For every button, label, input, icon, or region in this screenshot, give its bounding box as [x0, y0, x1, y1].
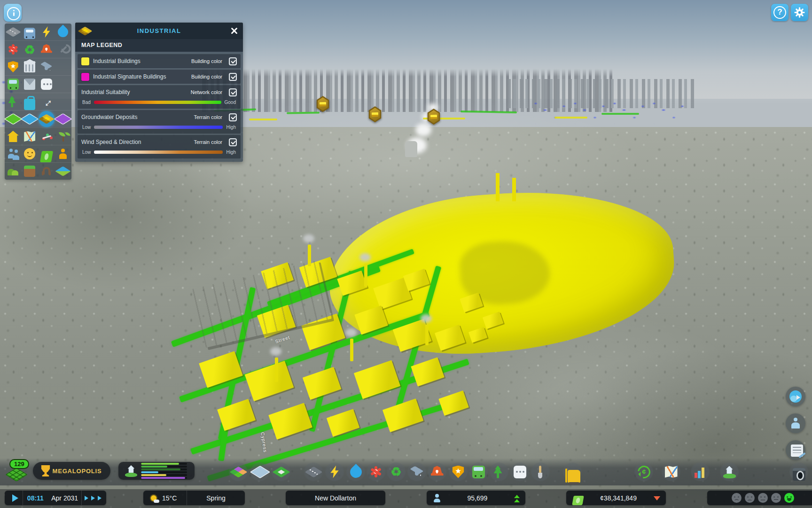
sidebar-item-economy[interactable] — [39, 146, 54, 161]
toolbar-transportation-button[interactable] — [469, 462, 488, 481]
close-button[interactable] — [229, 26, 239, 36]
toolbar-zone-tool-button[interactable] — [250, 462, 269, 481]
chirper-button[interactable] — [786, 387, 805, 406]
speed-button[interactable] — [82, 491, 106, 505]
fire-rescue-icon — [41, 44, 52, 55]
toolbar-police-button[interactable] — [449, 462, 468, 481]
police-icon — [452, 466, 465, 478]
sidebar-item-water-features[interactable] — [22, 111, 37, 127]
toolbar-fire-rescue-button[interactable] — [428, 462, 446, 481]
happiness-widget[interactable] — [707, 491, 812, 505]
toolbar-parks-recreation-button[interactable] — [490, 462, 508, 481]
smoke — [303, 234, 314, 243]
toolbar-assets-button[interactable] — [272, 462, 290, 481]
sidebar-item-trends[interactable] — [39, 129, 54, 144]
sidebar-item-telecom[interactable] — [39, 77, 54, 92]
garbage-icon: ♻ — [390, 466, 403, 478]
industrial-map-marker[interactable] — [316, 96, 330, 112]
legend-color-type: Building color — [191, 74, 222, 79]
follow-citizen-button[interactable] — [786, 413, 805, 433]
city-progress-button[interactable] — [118, 462, 195, 480]
toolbar-healthcare-button[interactable] — [367, 462, 385, 481]
xp-button[interactable]: 129 — [6, 461, 29, 484]
sidebar-item-terrain[interactable] — [6, 164, 21, 179]
milestone-button[interactable]: MEGALOPOLIS — [33, 462, 110, 480]
money-amount: ¢38,341,849 — [583, 494, 654, 502]
toolbar-water-sewage-button[interactable] — [346, 462, 365, 481]
help-button[interactable]: ? — [771, 4, 789, 21]
toolbar-city-overview-button[interactable] — [662, 462, 680, 481]
legend-checkbox[interactable] — [229, 138, 237, 146]
population-widget[interactable]: 95,699 — [427, 491, 525, 505]
weather-widget[interactable]: 15°C Spring — [143, 491, 245, 505]
city-name-widget[interactable]: New Dollarton — [286, 491, 385, 505]
panel-title: INDUSTRIAL — [75, 27, 243, 34]
sidebar-item-parking[interactable] — [22, 24, 37, 40]
gradient-bar — [94, 151, 223, 154]
sidebar-row — [5, 145, 71, 163]
residential-icon — [8, 131, 19, 142]
sidebar-item-noise[interactable] — [39, 164, 54, 179]
toolbar-electricity-button[interactable] — [325, 462, 344, 481]
legend-checkbox[interactable] — [229, 73, 237, 81]
main-toolbar: 129 MEGALOPOLIS ♻ — [0, 458, 812, 485]
legend-checkbox[interactable] — [229, 113, 237, 121]
toolbar-statistics-button[interactable] — [691, 462, 710, 481]
electricity-icon — [41, 26, 52, 38]
toolbar-photo-mode-button[interactable] — [789, 462, 808, 481]
sidebar-item-electricity[interactable] — [39, 24, 54, 40]
sidebar-item-routes[interactable]: ↔ — [39, 94, 54, 109]
toolbar-progression-button[interactable] — [720, 462, 739, 481]
sidebar-item-healthcare[interactable] — [6, 42, 21, 57]
settings-button[interactable] — [791, 4, 808, 21]
sidebar-item-water[interactable] — [55, 24, 70, 40]
industrial-map-marker[interactable] — [427, 109, 441, 125]
toolbar-terraforming-button[interactable] — [531, 462, 550, 481]
police-icon — [8, 61, 19, 72]
sidebar-item-roads[interactable] — [6, 24, 21, 40]
sidebar-item-population[interactable] — [6, 146, 21, 161]
sidebar-item-land-use[interactable] — [22, 129, 37, 144]
sidebar-item-administration[interactable] — [22, 59, 37, 74]
toolbar-communications-button[interactable] — [510, 462, 529, 481]
legend-checkbox[interactable] — [229, 57, 237, 65]
toolbar-bulldozer-button[interactable] — [563, 462, 582, 481]
economy-icon — [40, 151, 53, 162]
sidebar-item-parks-recreation[interactable] — [6, 94, 21, 109]
sidebar-item-post[interactable] — [22, 77, 37, 92]
sidebar-item-garbage[interactable]: ♻ — [22, 42, 37, 57]
toolbar-education-button[interactable] — [407, 462, 426, 481]
sidebar-item-zones[interactable] — [6, 111, 21, 127]
journal-icon — [791, 444, 803, 457]
industrial-map-marker[interactable] — [368, 106, 382, 122]
journal-button[interactable] — [786, 440, 805, 460]
water-features-icon — [20, 113, 39, 125]
sidebar-item-transportation[interactable] — [6, 77, 21, 92]
sidebar-item-education[interactable] — [39, 59, 54, 74]
sidebar-item-police[interactable] — [6, 59, 21, 74]
sidebar-item-soil[interactable] — [22, 164, 37, 179]
sidebar-item-shoreline[interactable] — [55, 164, 70, 179]
toolbar-economy-button[interactable] — [634, 462, 653, 481]
sidebar-item-fire-rescue[interactable] — [39, 42, 54, 57]
steam-plume — [415, 123, 431, 136]
sidebar-item-signature-lots[interactable] — [55, 111, 70, 127]
administration-icon — [24, 61, 35, 72]
legend-checkbox[interactable] — [229, 88, 237, 96]
legend-row: Groundwater DepositsTerrain colorLowHigh — [78, 110, 241, 134]
toolbar-roads-button[interactable] — [304, 462, 323, 481]
sidebar-item-maintenance[interactable] — [55, 42, 70, 57]
toolbar-garbage-button[interactable]: ♻ — [387, 462, 406, 481]
sidebar-item-industrial[interactable] — [39, 111, 54, 127]
sidebar-item-residential[interactable] — [6, 129, 21, 144]
sidebar-item-workplaces[interactable] — [55, 146, 70, 161]
play-pause-button[interactable] — [5, 491, 23, 505]
toolbar-zoning-button[interactable] — [229, 462, 248, 481]
money-widget[interactable]: ¢38,341,849 — [566, 491, 666, 505]
gear-icon — [794, 7, 805, 18]
sidebar-item-happiness[interactable] — [22, 146, 37, 161]
sidebar-item-tourism[interactable] — [22, 94, 37, 109]
gradient-bar — [94, 126, 223, 129]
infoviews-button[interactable] — [4, 4, 22, 22]
sidebar-item-greenery[interactable] — [55, 129, 70, 144]
